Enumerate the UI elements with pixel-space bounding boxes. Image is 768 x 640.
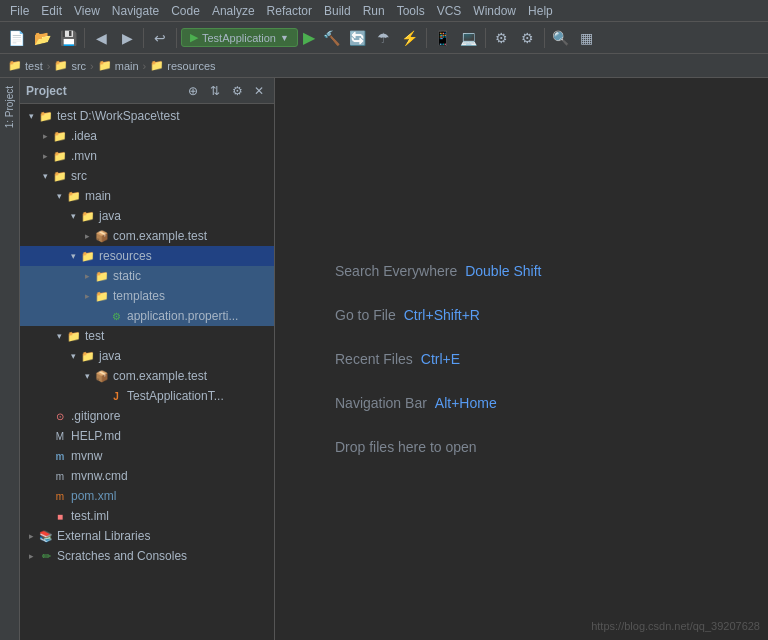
- menu-refactor[interactable]: Refactor: [261, 2, 318, 20]
- menu-window[interactable]: Window: [467, 2, 522, 20]
- breadcrumb-test[interactable]: 📁 test: [8, 59, 43, 72]
- menu-vcs[interactable]: VCS: [431, 2, 468, 20]
- menu-view[interactable]: View: [68, 2, 106, 20]
- arrow-test-folder: ▾: [52, 329, 66, 343]
- breadcrumb-sep-1: ›: [47, 60, 51, 72]
- new-file-button[interactable]: 📄: [4, 26, 28, 50]
- emulator-button[interactable]: 💻: [457, 26, 481, 50]
- arrow-ext-libs: ▸: [24, 529, 38, 543]
- side-strip: 1: Project: [0, 78, 20, 640]
- arrow-java-test: ▾: [66, 349, 80, 363]
- arrow-templates: ▸: [80, 289, 94, 303]
- run-config-selector[interactable]: ▶ TestApplication ▼: [181, 28, 298, 47]
- menu-file[interactable]: File: [4, 2, 35, 20]
- forward-button[interactable]: ▶: [115, 26, 139, 50]
- refresh-button[interactable]: 🔄: [346, 26, 370, 50]
- panel-settings-button[interactable]: ⚙: [228, 82, 246, 100]
- java-main-label: java: [99, 209, 121, 223]
- layout-button[interactable]: ▦: [575, 26, 599, 50]
- back-button[interactable]: ◀: [89, 26, 113, 50]
- hint-nav-bar: Navigation Bar Alt+Home: [335, 395, 497, 411]
- arrow-static: ▸: [80, 269, 94, 283]
- folder-icon-resources: 📁: [150, 59, 164, 72]
- xml-icon: m: [52, 488, 68, 504]
- folder-icon-mvn: 📁: [52, 148, 68, 164]
- panel-collapse-button[interactable]: ⇅: [206, 82, 224, 100]
- watermark: https://blog.csdn.net/qq_39207628: [591, 620, 760, 632]
- tree-item-app-properties[interactable]: ▸ ⚙ application.properti...: [20, 306, 274, 326]
- breadcrumb-main[interactable]: 📁 main: [98, 59, 139, 72]
- tree-item-src[interactable]: ▾ 📁 src: [20, 166, 274, 186]
- settings-button[interactable]: ⚙: [490, 26, 514, 50]
- save-button[interactable]: 💾: [56, 26, 80, 50]
- hint-recent-label: Recent Files: [335, 351, 413, 367]
- arrow-com-example-test: ▸: [80, 229, 94, 243]
- coverage-button[interactable]: ☂: [372, 26, 396, 50]
- iml-icon: ■: [52, 508, 68, 524]
- breadcrumb-test-label: test: [25, 60, 43, 72]
- help-md-label: HELP.md: [71, 429, 121, 443]
- undo-button[interactable]: ↩: [148, 26, 172, 50]
- menu-analyze[interactable]: Analyze: [206, 2, 261, 20]
- scratches-icon: ✏: [38, 548, 54, 564]
- java-file-icon: J: [108, 388, 124, 404]
- tree-item-mvnw[interactable]: ▸ m mvnw: [20, 446, 274, 466]
- hint-search-shortcut: Double Shift: [465, 263, 541, 279]
- tree-view[interactable]: ▾ 📁 test D:\WorkSpace\test ▸ 📁 .idea ▸ 📁…: [20, 104, 274, 640]
- tree-item-com-example-test[interactable]: ▸ 📦 com.example.test: [20, 226, 274, 246]
- tree-item-pom-xml[interactable]: ▸ m pom.xml: [20, 486, 274, 506]
- hint-search-everywhere: Search Everywhere Double Shift: [335, 263, 541, 279]
- tree-item-main[interactable]: ▾ 📁 main: [20, 186, 274, 206]
- folder-icon-src: 📁: [52, 168, 68, 184]
- side-panel-label[interactable]: 1: Project: [2, 82, 17, 132]
- menu-edit[interactable]: Edit: [35, 2, 68, 20]
- build-button[interactable]: 🔨: [320, 26, 344, 50]
- tree-item-java-test[interactable]: ▾ 📁 java: [20, 346, 274, 366]
- tree-item-gitignore[interactable]: ▸ ⊙ .gitignore: [20, 406, 274, 426]
- tree-item-java-main[interactable]: ▾ 📁 java: [20, 206, 274, 226]
- menu-help[interactable]: Help: [522, 2, 559, 20]
- menu-run[interactable]: Run: [357, 2, 391, 20]
- package-icon: 📦: [94, 228, 110, 244]
- run-button[interactable]: ▶: [300, 28, 318, 47]
- arrow-test-root: ▾: [24, 109, 38, 123]
- tree-item-templates[interactable]: ▸ 📁 templates: [20, 286, 274, 306]
- device-button[interactable]: 📱: [431, 26, 455, 50]
- com-example-test2-label: com.example.test: [113, 369, 207, 383]
- menu-code[interactable]: Code: [165, 2, 206, 20]
- menu-build[interactable]: Build: [318, 2, 357, 20]
- hint-nav-label: Navigation Bar: [335, 395, 427, 411]
- tree-item-resources[interactable]: ▾ 📁 resources: [20, 246, 274, 266]
- panel-close-button[interactable]: ✕: [250, 82, 268, 100]
- tree-item-scratches[interactable]: ▸ ✏ Scratches and Consoles: [20, 546, 274, 566]
- search-button[interactable]: 🔍: [549, 26, 573, 50]
- tree-item-test-root[interactable]: ▾ 📁 test D:\WorkSpace\test: [20, 106, 274, 126]
- git-icon: ⊙: [52, 408, 68, 424]
- run-config-label: TestApplication: [202, 32, 276, 44]
- panel-locate-button[interactable]: ⊕: [184, 82, 202, 100]
- tree-item-test-iml[interactable]: ▸ ■ test.iml: [20, 506, 274, 526]
- menu-navigate[interactable]: Navigate: [106, 2, 165, 20]
- test-root-label: test D:\WorkSpace\test: [57, 109, 180, 123]
- menu-tools[interactable]: Tools: [391, 2, 431, 20]
- open-button[interactable]: 📂: [30, 26, 54, 50]
- mvnw-cmd-label: mvnw.cmd: [71, 469, 128, 483]
- tree-item-idea[interactable]: ▸ 📁 .idea: [20, 126, 274, 146]
- tree-item-mvnw-cmd[interactable]: ▸ m mvnw.cmd: [20, 466, 274, 486]
- breadcrumb-resources[interactable]: 📁 resources: [150, 59, 215, 72]
- tree-item-help-md[interactable]: ▸ M HELP.md: [20, 426, 274, 446]
- profiler-button[interactable]: ⚡: [398, 26, 422, 50]
- tree-item-test-app-class[interactable]: ▸ J TestApplicationT...: [20, 386, 274, 406]
- edit-configs-button[interactable]: ⚙: [516, 26, 540, 50]
- tree-item-ext-libraries[interactable]: ▸ 📚 External Libraries: [20, 526, 274, 546]
- tree-item-mvn[interactable]: ▸ 📁 .mvn: [20, 146, 274, 166]
- breadcrumb-src[interactable]: 📁 src: [54, 59, 86, 72]
- tree-item-com-example-test2[interactable]: ▾ 📦 com.example.test: [20, 366, 274, 386]
- tree-item-test-folder[interactable]: ▾ 📁 test: [20, 326, 274, 346]
- tree-item-static[interactable]: ▸ 📁 static: [20, 266, 274, 286]
- toolbar-sep-2: [143, 28, 144, 48]
- com-example-test-label: com.example.test: [113, 229, 207, 243]
- test-app-class-label: TestApplicationT...: [127, 389, 224, 403]
- arrow-src: ▾: [38, 169, 52, 183]
- mvn-label: .mvn: [71, 149, 97, 163]
